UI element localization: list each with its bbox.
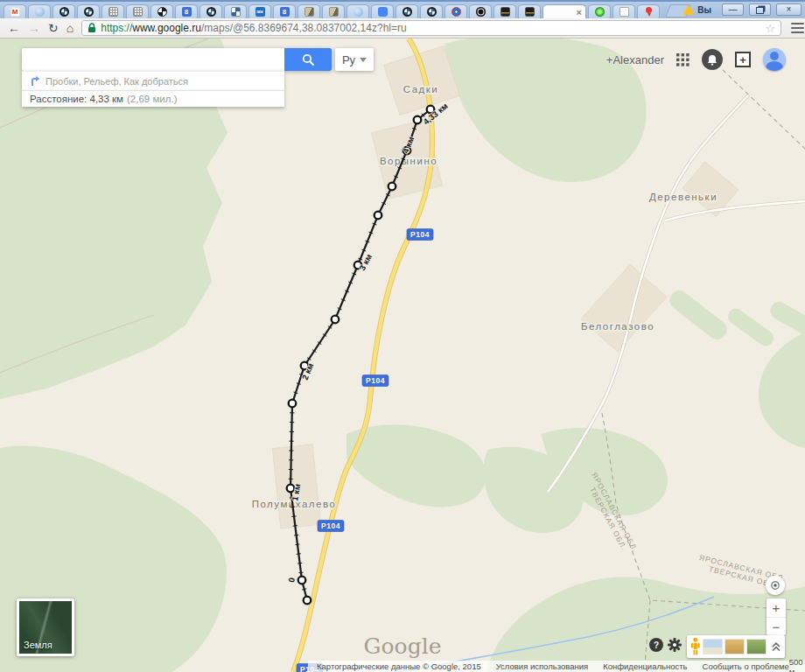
add-place-button[interactable]: +: [735, 52, 751, 67]
route-waypoint[interactable]: [388, 183, 396, 191]
browser-tab[interactable]: [224, 4, 247, 18]
tab-close-icon[interactable]: ×: [577, 8, 582, 17]
pegman-icon[interactable]: [690, 637, 701, 656]
address-bar[interactable]: https://www.google.ru/maps/@56.8369674,3…: [81, 20, 781, 36]
earth-view-toggle[interactable]: Земля: [17, 598, 74, 656]
browser-tab[interactable]: [494, 4, 516, 18]
collapse-panel-button[interactable]: [771, 641, 781, 652]
browser-tab[interactable]: [518, 4, 541, 18]
road-shield: Р104: [318, 521, 344, 532]
help-button[interactable]: ?: [649, 638, 663, 652]
my-location-button[interactable]: [766, 576, 785, 595]
attribution-text: Картографические данные © Google, 2015: [317, 662, 481, 671]
search-button[interactable]: [284, 48, 332, 71]
browser-tab[interactable]: [150, 4, 173, 18]
home-button[interactable]: ⌂: [66, 19, 74, 37]
notifications-button[interactable]: [702, 49, 723, 70]
browser-tab[interactable]: [396, 4, 418, 18]
bmw-favicon: [427, 7, 437, 17]
search-box: [22, 48, 332, 71]
photos-thumbnail[interactable]: [703, 639, 723, 654]
minimize-button[interactable]: —: [722, 4, 744, 16]
restore-button[interactable]: [749, 4, 771, 16]
browser-tab[interactable]: [346, 4, 369, 18]
account-name-link[interactable]: +Alexander: [606, 53, 664, 66]
language-selector[interactable]: Ру: [335, 48, 374, 71]
distance-miles: (2,69 мил.): [127, 94, 177, 104]
browser-menu-icon[interactable]: [791, 23, 804, 25]
scale-control[interactable]: 500 м: [789, 657, 805, 672]
privacy-link[interactable]: Конфиденциальность: [603, 662, 687, 671]
search-input[interactable]: [22, 48, 277, 71]
place-label: Белоглазово: [581, 321, 654, 332]
zoom-controls: + −: [766, 598, 786, 635]
route-endpoint[interactable]: [304, 597, 312, 605]
browser-tab[interactable]: [612, 4, 635, 18]
zoom-in-button[interactable]: +: [766, 598, 786, 617]
browser-tab[interactable]: M: [4, 4, 26, 18]
route-waypoint[interactable]: [332, 316, 340, 324]
browser-tab-active[interactable]: ×: [542, 4, 586, 18]
route-waypoint[interactable]: [374, 212, 382, 220]
pin-favicon: [644, 7, 654, 17]
close-window-button[interactable]: ×: [776, 4, 802, 16]
suggestion-links: Пробки, Рельеф, Как добраться: [46, 76, 188, 87]
profile-avatar[interactable]: [763, 48, 786, 71]
browser-tab[interactable]: [200, 4, 222, 18]
svg-text:Р104: Р104: [321, 522, 340, 530]
tab-list: M8IBM8×: [4, 2, 662, 18]
bmw-favicon: [60, 7, 69, 17]
route-tick: [291, 516, 296, 517]
browser-tab[interactable]: [371, 4, 394, 18]
bookmark-star-icon[interactable]: ☆: [766, 22, 776, 35]
browser-tab[interactable]: [28, 4, 51, 18]
browser-tab[interactable]: [588, 4, 611, 18]
browser-tab[interactable]: [322, 4, 345, 18]
carinfo-favicon: [500, 7, 510, 17]
browser-tab[interactable]: [298, 4, 320, 18]
forward-button[interactable]: →: [28, 19, 40, 37]
chevron-down-icon: [360, 58, 367, 62]
back-button[interactable]: ←: [8, 19, 20, 37]
browser-tab[interactable]: [102, 4, 124, 18]
pinwheel-favicon: [158, 7, 167, 17]
browser-tab[interactable]: [469, 4, 492, 18]
map-canvas[interactable]: Google СадкиВорыниноДеревенькиБелоглазов…: [0, 38, 805, 672]
route-tick: [298, 572, 303, 573]
apps-grid-icon[interactable]: [676, 53, 690, 66]
blue8-favicon: 8: [280, 7, 290, 17]
browser-tab[interactable]: [637, 4, 660, 18]
zoom-out-button[interactable]: −: [766, 617, 786, 635]
browser-tab[interactable]: [77, 4, 100, 18]
photos-thumbnail[interactable]: [724, 639, 745, 654]
drive-favicon: [378, 7, 388, 17]
settings-button[interactable]: [667, 637, 682, 653]
reload-button[interactable]: ↻: [48, 19, 59, 37]
double-chevron-up-icon: [771, 641, 781, 652]
browser-tab[interactable]: 8: [175, 4, 198, 18]
roundel-favicon: [476, 7, 486, 17]
report-problem-link[interactable]: Сообщить о проблеме: [703, 662, 789, 671]
route-waypoint[interactable]: [298, 577, 306, 584]
browser-tab[interactable]: [420, 4, 443, 18]
route-tick: [295, 544, 299, 545]
browser-tab[interactable]: IBM: [248, 4, 271, 18]
route-tick: [293, 526, 298, 527]
gear-icon: [667, 637, 682, 653]
browser-warning-badge[interactable]: Вы: [682, 4, 711, 15]
satellite-thumbnail: Земля: [19, 601, 72, 654]
search-suggestions[interactable]: Пробки, Рельеф, Как добраться: [22, 71, 284, 90]
browser-tab[interactable]: [126, 4, 149, 18]
grid-favicon: [108, 7, 118, 17]
secure-lock-icon[interactable]: [88, 23, 96, 33]
checker-favicon: [231, 7, 241, 17]
terms-link[interactable]: Условия использования: [496, 662, 588, 671]
route-waypoint[interactable]: [414, 116, 422, 124]
browser-tab[interactable]: [52, 4, 75, 18]
photos-thumbnail[interactable]: [746, 639, 766, 654]
map-viewport[interactable]: Google СадкиВорыниноДеревенькиБелоглазов…: [0, 38, 805, 672]
browser-tab[interactable]: 8: [273, 4, 296, 18]
route-waypoint[interactable]: [289, 400, 297, 408]
ibm-favicon: IBM: [256, 7, 265, 17]
browser-tab[interactable]: [444, 4, 467, 18]
